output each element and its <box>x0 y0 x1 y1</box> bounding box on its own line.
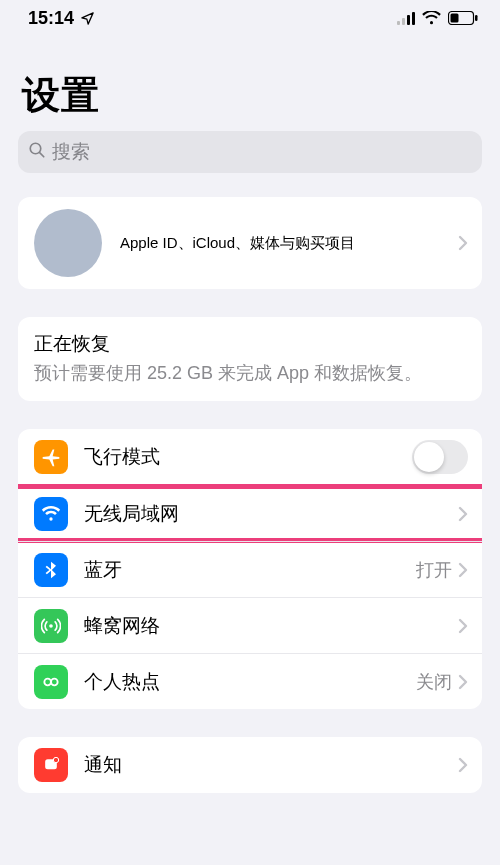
hotspot-row[interactable]: 个人热点 关闭 <box>18 653 482 709</box>
status-bar: 15:14 <box>0 0 500 36</box>
apple-id-subtitle: Apple ID、iCloud、媒体与购买项目 <box>120 233 458 253</box>
apple-id-group: Apple ID、iCloud、媒体与购买项目 <box>18 197 482 289</box>
chevron-right-icon <box>458 674 468 690</box>
wifi-icon <box>34 497 68 531</box>
notifications-label: 通知 <box>84 752 458 778</box>
chevron-right-icon <box>458 506 468 522</box>
cellular-label: 蜂窝网络 <box>84 613 458 639</box>
svg-point-5 <box>49 624 53 628</box>
bluetooth-row[interactable]: 蓝牙 打开 <box>18 541 482 597</box>
chevron-right-icon <box>458 618 468 634</box>
bluetooth-label: 蓝牙 <box>84 557 416 583</box>
restore-group: 正在恢复 预计需要使用 25.2 GB 来完成 App 和数据恢复。 <box>18 317 482 401</box>
status-time: 15:14 <box>28 8 74 29</box>
apple-id-row[interactable]: Apple ID、iCloud、媒体与购买项目 <box>18 197 482 289</box>
notifications-icon <box>34 748 68 782</box>
wifi-row[interactable]: 无线局域网 <box>18 485 482 541</box>
hotspot-detail: 关闭 <box>416 670 452 694</box>
svg-point-7 <box>51 678 58 685</box>
airplane-mode-toggle[interactable] <box>412 440 468 474</box>
chevron-right-icon <box>458 235 468 251</box>
bluetooth-detail: 打开 <box>416 558 452 582</box>
bluetooth-icon <box>34 553 68 587</box>
location-icon <box>80 11 95 26</box>
svg-point-6 <box>44 678 51 685</box>
restore-subtitle: 预计需要使用 25.2 GB 来完成 App 和数据恢复。 <box>34 361 466 385</box>
search-input[interactable] <box>52 141 472 163</box>
chevron-right-icon <box>458 562 468 578</box>
battery-icon <box>448 11 478 25</box>
hotspot-label: 个人热点 <box>84 669 416 695</box>
hotspot-icon <box>34 665 68 699</box>
airplane-mode-label: 飞行模式 <box>84 444 412 470</box>
search-field[interactable] <box>18 131 482 173</box>
notifications-row[interactable]: 通知 <box>18 737 482 793</box>
svg-line-4 <box>40 152 44 156</box>
airplane-mode-row[interactable]: 飞行模式 <box>18 429 482 485</box>
signal-icon <box>397 11 415 25</box>
svg-rect-1 <box>451 14 459 23</box>
restore-title: 正在恢复 <box>34 331 466 357</box>
page-title: 设置 <box>0 36 500 127</box>
avatar <box>34 209 102 277</box>
search-icon <box>28 141 46 164</box>
wifi-status-icon <box>422 11 441 25</box>
wifi-label: 无线局域网 <box>84 501 458 527</box>
svg-point-9 <box>53 758 58 763</box>
svg-rect-2 <box>475 15 478 21</box>
notifications-group: 通知 <box>18 737 482 793</box>
connectivity-group: 飞行模式 无线局域网 蓝牙 打开 蜂窝网络 个人热点 <box>18 429 482 709</box>
restore-row[interactable]: 正在恢复 预计需要使用 25.2 GB 来完成 App 和数据恢复。 <box>18 317 482 401</box>
chevron-right-icon <box>458 757 468 773</box>
cellular-icon <box>34 609 68 643</box>
cellular-row[interactable]: 蜂窝网络 <box>18 597 482 653</box>
airplane-icon <box>34 440 68 474</box>
